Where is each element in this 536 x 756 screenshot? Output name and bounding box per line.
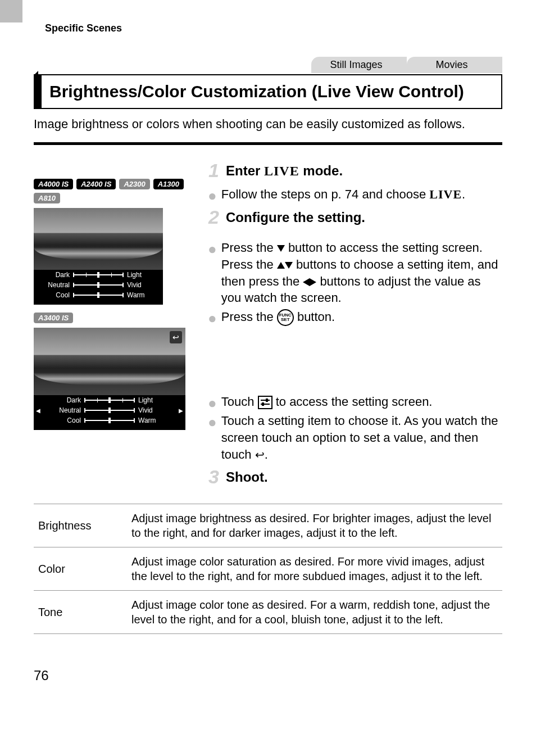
- slider-row-brightness[interactable]: Dark Light: [34, 395, 185, 405]
- step-2-touch1: Touch to access the setting screen.: [221, 393, 433, 410]
- section-title: Brightness/Color Customization (Live Vie…: [34, 74, 502, 109]
- slider-track[interactable]: [84, 397, 135, 403]
- bullet-icon: ●: [208, 415, 217, 463]
- slider-track[interactable]: [84, 418, 135, 423]
- step-number: 3: [202, 466, 219, 488]
- svg-marker-1: [277, 262, 285, 269]
- slider-label-left: Cool: [54, 417, 81, 424]
- slider-label-left: Neutral: [54, 406, 81, 414]
- table-row: Color Adjust image color saturation as d…: [34, 547, 502, 591]
- live-mode-icon: LIVE: [264, 164, 299, 178]
- text: mode.: [299, 163, 343, 178]
- intro-text: Image brightness or colors when shooting…: [34, 116, 502, 133]
- step-title: Enter LIVE mode.: [226, 163, 343, 179]
- slider-label-left: Dark: [54, 396, 81, 404]
- step-2-touch2: Touch a setting item to choose it. As yo…: [221, 413, 502, 463]
- section-title-text: Brightness/Color Customization (Live Vie…: [49, 82, 464, 101]
- lcd-preview-touch: ↩ ◀ ▶ Dark Light Neutral: [34, 328, 185, 430]
- sliders-icon: [258, 396, 272, 409]
- slider-label-left: Dark: [43, 271, 70, 279]
- step-number: 1: [202, 160, 219, 182]
- down-arrow-icon: [285, 262, 293, 269]
- model-tag: A4000 IS: [34, 179, 73, 189]
- svg-marker-3: [303, 278, 310, 286]
- right-arrow-icon[interactable]: ▶: [179, 408, 183, 414]
- tab-still-images: Still Images: [311, 57, 407, 73]
- step-1-heading: 1 Enter LIVE mode.: [202, 160, 502, 182]
- divider: [34, 142, 502, 145]
- text: button.: [297, 310, 335, 324]
- slider-label-right: Vivid: [138, 406, 165, 414]
- step-number: 2: [202, 206, 219, 228]
- slider-label-right: Light: [127, 271, 154, 279]
- setting-name: Brightness: [34, 504, 127, 547]
- slider-track: [73, 292, 124, 298]
- slider-row-color: Neutral Vivid: [34, 280, 163, 290]
- slider-label-right: Vivid: [127, 281, 154, 289]
- setting-desc: Adjust image color saturation as desired…: [127, 547, 502, 591]
- model-tags-group2: A3400 IS: [34, 313, 191, 323]
- slider-label-right: Warm: [138, 417, 165, 424]
- text: to access the setting screen.: [276, 395, 433, 409]
- func-set-button-icon: FUNCSET: [277, 309, 294, 326]
- setting-name: Color: [34, 547, 127, 591]
- slider-label-left: Cool: [43, 291, 70, 299]
- step-2-body1: Press the button to access the setting s…: [221, 239, 502, 306]
- step-title: Shoot.: [226, 469, 268, 485]
- text: Touch: [221, 395, 258, 409]
- model-tag: A3400 IS: [34, 313, 73, 323]
- slider-track: [73, 272, 124, 278]
- step-3-heading: 3 Shoot.: [202, 466, 502, 488]
- right-arrow-icon: [310, 278, 316, 286]
- setting-desc: Adjust image color tone as desired. For …: [127, 591, 502, 634]
- page-number: 76: [34, 668, 502, 683]
- text: .: [462, 187, 465, 201]
- tab-movies: Movies: [407, 57, 502, 73]
- back-icon[interactable]: ↩: [170, 331, 182, 343]
- lcd-landscape-image: [34, 208, 163, 270]
- model-tag: A2300: [119, 179, 149, 189]
- slider-track[interactable]: [84, 408, 135, 413]
- slider-row-color[interactable]: Neutral Vivid: [34, 405, 185, 415]
- slider-label-right: Light: [138, 396, 165, 404]
- page-spine: [0, 0, 22, 22]
- left-arrow-icon: [303, 278, 310, 286]
- step-2-body2: Press the FUNCSET button.: [221, 309, 335, 326]
- setting-desc: Adjust image brightness as desired. For …: [127, 504, 502, 547]
- bullet-icon: ●: [208, 188, 217, 203]
- running-header: Specific Scenes: [45, 22, 502, 34]
- lcd-landscape-image: ↩: [34, 328, 185, 395]
- svg-marker-4: [310, 278, 316, 286]
- step-2-heading: 2 Configure the setting.: [202, 206, 502, 228]
- slider-row-brightness: Dark Light: [34, 270, 163, 280]
- bullet-icon: ●: [208, 311, 217, 326]
- step-1-body: Follow the steps on p. 74 and choose LIV…: [221, 186, 466, 203]
- live-mode-icon: LIVE: [429, 187, 462, 201]
- model-tag: A2400 IS: [76, 179, 116, 189]
- down-arrow-icon: [277, 245, 285, 252]
- slider-label-right: Warm: [127, 291, 154, 299]
- svg-marker-2: [285, 262, 293, 269]
- setting-name: Tone: [34, 591, 127, 634]
- back-arrow-icon: ↩: [255, 447, 265, 463]
- text: Press the: [221, 310, 277, 324]
- table-row: Brightness Adjust image brightness as de…: [34, 504, 502, 547]
- bullet-icon: ●: [208, 396, 217, 410]
- left-arrow-icon[interactable]: ◀: [36, 408, 40, 414]
- text: .: [265, 447, 268, 461]
- text: Enter: [226, 163, 264, 178]
- step-title: Configure the setting.: [226, 210, 365, 225]
- slider-label-left: Neutral: [43, 281, 70, 289]
- model-tag: A810: [34, 193, 60, 203]
- up-arrow-icon: [277, 262, 285, 269]
- slider-row-tone[interactable]: Cool Warm: [34, 415, 185, 425]
- media-tabs: Still Images Movies: [34, 57, 502, 73]
- model-tags-group1: A4000 IS A2400 IS A2300 A1300 A810: [34, 179, 191, 203]
- table-row: Tone Adjust image color tone as desired.…: [34, 591, 502, 634]
- settings-table: Brightness Adjust image brightness as de…: [34, 504, 502, 634]
- lcd-preview-buttons: Dark Light Neutral Vivid Coo: [34, 208, 163, 305]
- model-tag: A1300: [153, 179, 184, 189]
- svg-marker-0: [277, 245, 285, 252]
- text: Follow the steps on p. 74 and choose: [221, 187, 430, 201]
- slider-row-tone: Cool Warm: [34, 290, 163, 300]
